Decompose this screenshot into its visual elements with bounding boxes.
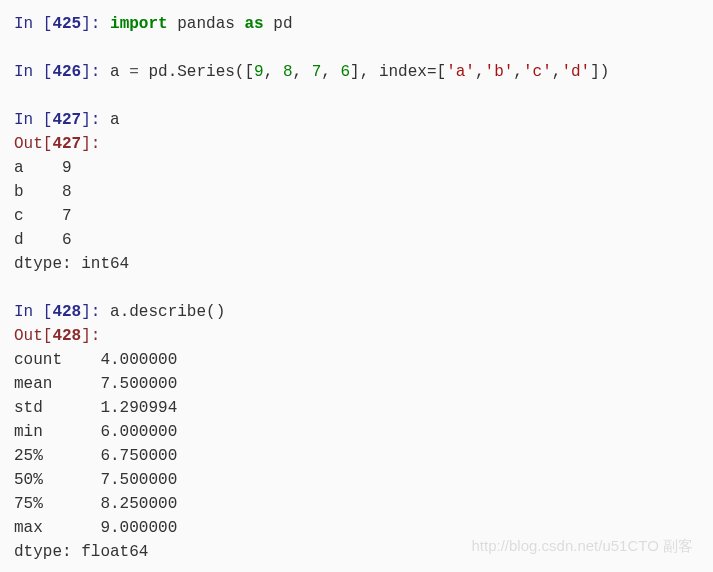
output-line: dtype: float64 — [14, 540, 699, 564]
code-token: import — [110, 15, 177, 33]
in-prompt: In [425]: — [14, 15, 110, 33]
prompt-number: 427 — [52, 135, 81, 153]
blank-line — [14, 36, 699, 60]
output-line: b 8 — [14, 180, 699, 204]
input-cell: In [426]: a = pd.Series([9, 8, 7, 6], in… — [14, 60, 699, 84]
code-token: 'c' — [523, 63, 552, 81]
out-prompt: Out[427]: — [14, 135, 110, 153]
code-token: = — [129, 63, 148, 81]
code-token: , — [321, 63, 340, 81]
code-token: a — [110, 111, 120, 129]
code-token: ]) — [590, 63, 609, 81]
code-token: pandas — [177, 15, 244, 33]
output-line: dtype: int64 — [14, 252, 699, 276]
code-token: a — [110, 63, 129, 81]
in-prompt: In [427]: — [14, 111, 110, 129]
output-line: 50% 7.500000 — [14, 468, 699, 492]
input-cell: In [425]: import pandas as pd — [14, 12, 699, 36]
blank-line — [14, 84, 699, 108]
code-token: a.describe() — [110, 303, 225, 321]
output-line: count 4.000000 — [14, 348, 699, 372]
input-cell: In [427]: a — [14, 108, 699, 132]
out-prompt: Out[428]: — [14, 327, 110, 345]
output-prompt-line: Out[427]: — [14, 132, 699, 156]
in-prompt: In [428]: — [14, 303, 110, 321]
code-token: , — [552, 63, 562, 81]
code-token: , — [513, 63, 523, 81]
code-token: 'd' — [561, 63, 590, 81]
output-line: mean 7.500000 — [14, 372, 699, 396]
jupyter-code-block: In [425]: import pandas as pd In [426]: … — [0, 0, 713, 572]
code-token: pd — [273, 15, 292, 33]
prompt-number: 426 — [52, 63, 81, 81]
code-token: as — [244, 15, 273, 33]
output-line: max 9.000000 — [14, 516, 699, 540]
prompt-number: 428 — [52, 327, 81, 345]
output-line: 25% 6.750000 — [14, 444, 699, 468]
blank-line — [14, 276, 699, 300]
code-token: 'a' — [446, 63, 475, 81]
code-token: , — [264, 63, 283, 81]
prompt-number: 425 — [52, 15, 81, 33]
code-token: , — [475, 63, 485, 81]
code-token: 9 — [254, 63, 264, 81]
code-token: , — [292, 63, 311, 81]
output-line: c 7 — [14, 204, 699, 228]
output-prompt-line: Out[428]: — [14, 324, 699, 348]
code-token: 6 — [341, 63, 351, 81]
output-line: d 6 — [14, 228, 699, 252]
prompt-number: 427 — [52, 111, 81, 129]
output-line: min 6.000000 — [14, 420, 699, 444]
output-line: a 9 — [14, 156, 699, 180]
code-token: pd.Series([ — [148, 63, 254, 81]
in-prompt: In [426]: — [14, 63, 110, 81]
output-line: 75% 8.250000 — [14, 492, 699, 516]
code-token: ], index=[ — [350, 63, 446, 81]
code-token: 7 — [312, 63, 322, 81]
code-token: 'b' — [485, 63, 514, 81]
prompt-number: 428 — [52, 303, 81, 321]
input-cell: In [428]: a.describe() — [14, 300, 699, 324]
output-line: std 1.290994 — [14, 396, 699, 420]
